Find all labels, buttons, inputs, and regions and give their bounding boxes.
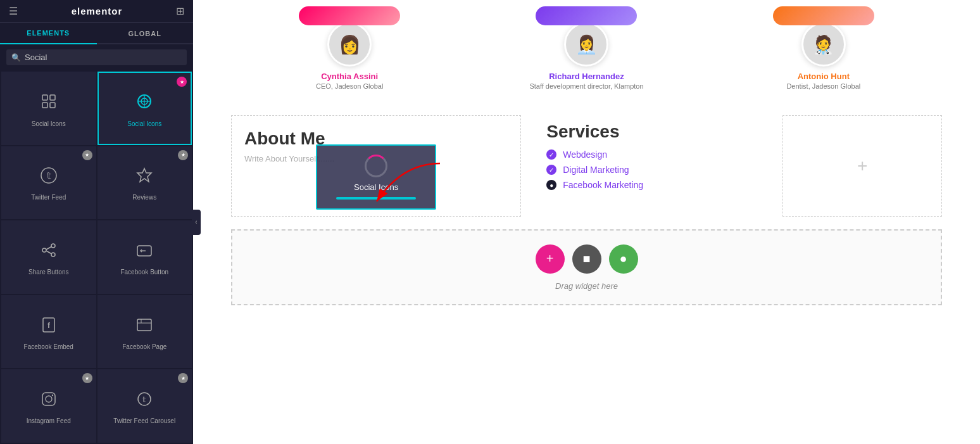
widget-social-icons-basic-label: Social Icons xyxy=(32,120,66,128)
service-webdesign: ✓ Webdesign xyxy=(546,149,757,160)
svg-line-14 xyxy=(46,246,51,250)
svg-text:𝕥: 𝕥 xyxy=(142,395,146,404)
pro-badge-instagram: ★ xyxy=(82,373,92,383)
svg-point-25 xyxy=(52,395,53,396)
widget-facebook-button[interactable]: Facebook Button xyxy=(97,220,192,294)
hamburger-icon[interactable]: ☰ xyxy=(9,5,18,17)
twitter-feed-icon: 𝕥 xyxy=(39,166,58,189)
testimonial-richard: 👩‍💼 Richard Hernandez Staff development … xyxy=(523,6,650,90)
drop-bar xyxy=(336,197,416,200)
widget-twitter-feed-carousel-label: Twitter Feed Carousel xyxy=(113,417,175,425)
service-check-facebook: ● xyxy=(546,180,556,190)
widget-facebook-page[interactable]: Facebook Page xyxy=(97,295,192,369)
drag-widget-label: Drag widget here xyxy=(555,281,618,291)
widget-reviews[interactable]: ★ Reviews xyxy=(97,146,192,220)
widget-reviews-label: Reviews xyxy=(132,193,156,201)
collapse-panel-tab[interactable]: ‹ xyxy=(192,210,201,235)
svg-rect-20 xyxy=(137,319,151,331)
avatar-richard: 👩‍💼 xyxy=(564,22,608,67)
about-services-row: About Me Write About Yourself....... Soc… xyxy=(193,109,980,217)
widget-instagram-feed[interactable]: ★ Instagram Feed xyxy=(1,369,96,443)
widget-social-icons-basic[interactable]: Social Icons xyxy=(1,72,96,145)
empty-column[interactable]: + xyxy=(782,115,942,217)
testimonials-section: 👩 Cynthia Assini CEO, Jadeson Global 👩‍💼… xyxy=(193,0,980,109)
pro-badge-twitter-feed: ★ xyxy=(82,150,92,160)
search-icon: 🔍 xyxy=(11,53,21,62)
service-label-webdesign: Webdesign xyxy=(563,149,607,160)
svg-point-11 xyxy=(51,244,55,248)
tab-global[interactable]: GLOBAL xyxy=(97,23,194,44)
svg-point-13 xyxy=(42,248,46,252)
svg-rect-3 xyxy=(50,103,55,108)
elementor-logo: elementor xyxy=(72,6,123,16)
widget-twitter-feed-carousel[interactable]: ★ 𝕥 Twitter Feed Carousel xyxy=(97,369,192,443)
drop-label: Social Icons xyxy=(336,182,416,192)
widget-share-buttons[interactable]: Share Buttons xyxy=(1,220,96,294)
service-check-digital: ✓ xyxy=(546,165,556,175)
add-widget-icon[interactable]: + xyxy=(857,156,867,176)
social-icons-drop-overlay: Social Icons xyxy=(316,144,436,210)
share-buttons-icon xyxy=(39,241,58,264)
services-title: Services xyxy=(546,122,757,142)
bubble-richard xyxy=(536,6,637,25)
widget-share-buttons-label: Share Buttons xyxy=(28,268,68,276)
widget-facebook-embed-label: Facebook Embed xyxy=(24,343,73,351)
svg-rect-1 xyxy=(50,95,55,100)
avatar-cynthia: 👩 xyxy=(327,22,372,67)
left-panel: ☰ elementor ⊞ ELEMENTS GLOBAL 🔍 Socia xyxy=(0,0,193,444)
facebook-page-icon xyxy=(135,315,154,339)
testimonial-antonio: 🧑‍⚕️ Antonio Hunt Dentist, Jadeson Globa… xyxy=(760,6,887,90)
pro-badge-twitter-carousel: ★ xyxy=(178,373,188,383)
svg-text:f: f xyxy=(47,321,51,330)
social-icons-pro-icon xyxy=(134,91,154,116)
widget-social-icons-pro-label: Social Icons xyxy=(127,120,161,128)
title-antonio: Dentist, Jadeson Global xyxy=(786,82,860,90)
grid-icon[interactable]: ⊞ xyxy=(176,5,184,17)
widgets-grid: Social Icons ★ Social Icons ★ 𝕥 xyxy=(0,70,193,444)
twitter-feed-carousel-icon: 𝕥 xyxy=(135,390,154,413)
widget-facebook-embed[interactable]: f Facebook Embed xyxy=(1,295,96,369)
widget-facebook-button-label: Facebook Button xyxy=(120,268,168,276)
search-row: 🔍 xyxy=(0,44,193,70)
svg-point-12 xyxy=(51,253,55,257)
main-content: 👩 Cynthia Assini CEO, Jadeson Global 👩‍💼… xyxy=(193,0,980,444)
bubble-antonio xyxy=(773,6,874,25)
fab-square-button[interactable]: ■ xyxy=(572,244,601,274)
service-label-digital: Digital Marketing xyxy=(563,165,629,175)
search-box: 🔍 xyxy=(6,49,187,65)
svg-text:𝕥: 𝕥 xyxy=(46,170,51,181)
widget-twitter-feed-label: Twitter Feed xyxy=(31,193,66,201)
instagram-feed-icon xyxy=(39,390,58,413)
name-richard: Richard Hernandez xyxy=(549,72,624,81)
canvas-area: 👩 Cynthia Assini CEO, Jadeson Global 👩‍💼… xyxy=(193,0,980,444)
facebook-embed-icon: f xyxy=(39,315,58,339)
svg-rect-0 xyxy=(42,95,47,100)
facebook-button-icon xyxy=(135,241,154,264)
fab-add-button[interactable]: + xyxy=(536,244,565,274)
pro-badge-social-icons: ★ xyxy=(177,77,187,87)
testimonial-cynthia: 👩 Cynthia Assini CEO, Jadeson Global xyxy=(286,6,413,90)
reviews-icon xyxy=(135,166,154,189)
svg-rect-2 xyxy=(42,103,47,108)
fab-buttons-row: + ■ ● xyxy=(536,244,638,274)
widget-twitter-feed[interactable]: ★ 𝕥 Twitter Feed xyxy=(1,146,96,220)
name-cynthia: Cynthia Assini xyxy=(321,72,378,81)
title-richard: Staff development director, Klampton xyxy=(529,82,643,90)
svg-point-24 xyxy=(46,396,52,402)
widget-social-icons-pro[interactable]: ★ Social Icons xyxy=(97,72,192,145)
svg-line-15 xyxy=(46,251,51,254)
panel-tabs: ELEMENTS GLOBAL xyxy=(0,23,193,44)
pro-badge-reviews: ★ xyxy=(178,150,188,160)
svg-rect-23 xyxy=(42,393,55,405)
bubble-cynthia xyxy=(299,6,400,25)
about-me-box[interactable]: About Me Write About Yourself....... Soc… xyxy=(231,115,521,217)
search-input[interactable] xyxy=(25,53,182,62)
tab-elements[interactable]: ELEMENTS xyxy=(0,23,97,44)
services-box: Services ✓ Webdesign ✓ Digital Marketing… xyxy=(546,115,757,217)
avatar-antonio: 🧑‍⚕️ xyxy=(801,22,846,67)
fab-circle-button[interactable]: ● xyxy=(609,244,638,274)
name-antonio: Antonio Hunt xyxy=(798,72,850,81)
drag-widget-area[interactable]: + ■ ● Drag widget here xyxy=(231,229,942,305)
service-check-webdesign: ✓ xyxy=(546,149,556,160)
drop-spinner xyxy=(365,155,387,177)
